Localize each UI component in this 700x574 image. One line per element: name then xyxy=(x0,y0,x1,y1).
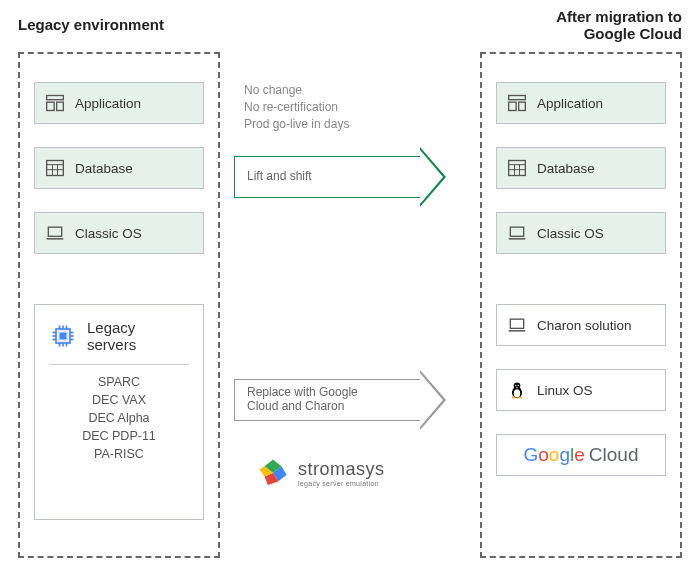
database-icon xyxy=(507,158,527,178)
right-layer-charon: Charon solution xyxy=(496,304,666,346)
right-layer-label: Charon solution xyxy=(537,318,632,333)
legacy-servers-list: SPARC DEC VAX DEC Alpha DEC PDP-11 PA-RI… xyxy=(49,373,189,464)
note-line: No change xyxy=(244,82,349,99)
svg-point-37 xyxy=(514,389,520,397)
left-layer-classic-os: Classic OS xyxy=(34,212,204,254)
svg-point-43 xyxy=(512,396,516,398)
database-icon xyxy=(45,158,65,178)
legacy-servers-box: Legacy servers SPARC DEC VAX DEC Alpha D… xyxy=(34,304,204,520)
arrow-lift-shift: Lift and shift xyxy=(234,147,446,207)
right-layer-label: Database xyxy=(537,161,595,176)
right-layer-linux: Linux OS xyxy=(496,369,666,411)
left-layer-application: Application xyxy=(34,82,204,124)
linux-icon xyxy=(507,380,527,400)
left-layer-label: Application xyxy=(75,96,141,111)
left-layer-database: Database xyxy=(34,147,204,189)
list-item: DEC VAX xyxy=(49,391,189,409)
left-layer-label: Database xyxy=(75,161,133,176)
list-item: DEC PDP-11 xyxy=(49,427,189,445)
arrow-replace: Replace with Google Cloud and Charon xyxy=(234,370,446,430)
svg-rect-11 xyxy=(60,333,67,340)
note-line: Prod go-live in days xyxy=(244,116,349,133)
laptop-icon xyxy=(45,223,65,243)
list-item: DEC Alpha xyxy=(49,409,189,427)
application-icon xyxy=(45,93,65,113)
migration-notes: No change No re-certification Prod go-li… xyxy=(244,82,349,132)
stromasys-tagline: legacy server emulation xyxy=(298,480,385,487)
google-cloud-logo: GoogleCloud xyxy=(524,444,639,466)
right-title: After migration to Google Cloud xyxy=(480,8,682,42)
arrow-label: Replace with Google Cloud and Charon xyxy=(247,386,358,414)
svg-rect-0 xyxy=(47,96,64,100)
right-layer-label: Linux OS xyxy=(537,383,593,398)
left-layer-label: Classic OS xyxy=(75,226,142,241)
right-layer-label: Application xyxy=(537,96,603,111)
right-layer-database: Database xyxy=(496,147,666,189)
svg-rect-32 xyxy=(510,227,523,236)
laptop-icon xyxy=(507,315,527,335)
svg-rect-24 xyxy=(509,96,526,100)
left-title: Legacy environment xyxy=(18,16,164,33)
list-item: PA-RISC xyxy=(49,445,189,463)
svg-rect-8 xyxy=(48,227,61,236)
legacy-servers-title: Legacy servers xyxy=(87,319,136,354)
svg-rect-2 xyxy=(57,102,64,110)
chip-icon xyxy=(49,322,77,350)
application-icon xyxy=(507,93,527,113)
right-layer-google-cloud: GoogleCloud xyxy=(496,434,666,476)
svg-rect-3 xyxy=(47,161,64,176)
svg-rect-27 xyxy=(509,161,526,176)
right-layer-classic-os: Classic OS xyxy=(496,212,666,254)
svg-rect-1 xyxy=(47,102,55,110)
note-line: No re-certification xyxy=(244,99,349,116)
arrow-label: Lift and shift xyxy=(247,170,312,184)
right-layer-application: Application xyxy=(496,82,666,124)
svg-rect-25 xyxy=(509,102,517,110)
right-layer-label: Classic OS xyxy=(537,226,604,241)
svg-rect-26 xyxy=(519,102,526,110)
svg-point-44 xyxy=(518,396,522,398)
laptop-icon xyxy=(507,223,527,243)
stromasys-brand: stromasys legacy server emulation xyxy=(256,456,385,490)
svg-point-41 xyxy=(516,385,517,386)
stromasys-name: stromasys xyxy=(298,459,385,480)
stromasys-icon xyxy=(256,456,290,490)
svg-rect-34 xyxy=(510,319,523,328)
svg-point-42 xyxy=(518,385,519,386)
list-item: SPARC xyxy=(49,373,189,391)
